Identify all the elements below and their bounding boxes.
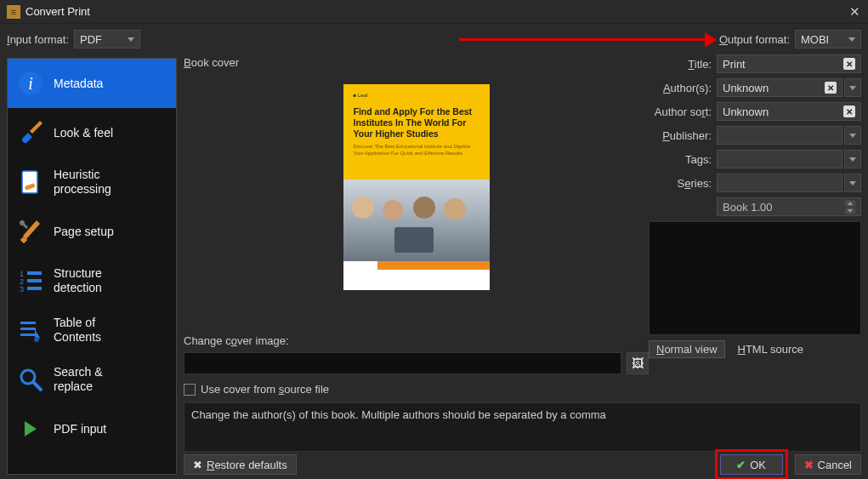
title-label: Title: (649, 58, 717, 71)
app-icon: ≡ (7, 5, 20, 19)
document-icon (16, 168, 45, 197)
svg-rect-12 (27, 287, 42, 290)
sidebar-item-label: Table ofContents (54, 316, 101, 345)
change-cover-label: Change cover image: (184, 334, 649, 347)
cancel-icon: ✖ (804, 459, 814, 471)
use-source-cover-checkbox[interactable]: Use cover from source file (184, 383, 649, 396)
svg-rect-15 (20, 334, 36, 336)
sidebar-item-heuristic[interactable]: Heuristicprocessing (8, 157, 176, 207)
cover-image-input[interactable] (184, 352, 621, 374)
sidebar-item-page-setup[interactable]: Page setup (8, 207, 176, 256)
svg-point-5 (20, 220, 25, 225)
chevron-down-icon (849, 181, 856, 185)
sidebar-item-label: Metadata (54, 77, 103, 91)
authors-value: Unknown (723, 82, 769, 94)
cancel-label: Cancel (818, 459, 852, 471)
cover-column: Book cover ■ Leaf Find and Apply For the… (184, 54, 649, 396)
dialog-button-row: ✖ Restore defaults ✔ OK ✖ Cancel (184, 453, 861, 476)
input-format-dropdown[interactable]: PDF (74, 30, 140, 48)
tags-label: Tags: (649, 153, 717, 166)
chevron-down-icon (849, 134, 856, 138)
publisher-label: Publisher: (649, 129, 717, 142)
ok-annotation-highlight: ✔ OK (715, 449, 788, 479)
series-index-spinner[interactable]: Book 1.00 (717, 197, 861, 216)
sidebar-item-look-feel[interactable]: Look & feel (8, 108, 176, 157)
brush-icon (16, 118, 45, 147)
sidebar-item-label: Search &replace (54, 365, 103, 394)
svg-rect-2 (22, 171, 37, 193)
sidebar-item-pdf-input[interactable]: PDF input (8, 404, 176, 453)
svg-rect-14 (20, 328, 36, 330)
ok-label: OK (750, 459, 766, 471)
authors-dropdown-button[interactable] (844, 78, 861, 97)
sidebar-item-metadata[interactable]: i Metadata (8, 59, 176, 108)
authorsort-input[interactable]: Unknown ✕ (717, 102, 861, 121)
tools-icon (16, 217, 45, 246)
sidebar: i Metadata Look & feel Heuristicprocessi… (7, 58, 177, 475)
info-icon: i (16, 69, 45, 98)
spinner-up-icon[interactable] (845, 200, 855, 207)
center-panel: Book cover ■ Leaf Find and Apply For the… (177, 54, 868, 452)
input-format-label: Input format: (7, 33, 69, 46)
checkbox-icon (184, 384, 196, 396)
title-value: Print (723, 58, 746, 71)
publisher-input[interactable] (717, 126, 842, 145)
svg-line-18 (33, 382, 41, 390)
tab-normal-view[interactable]: Normal view (649, 340, 725, 358)
list-icon: 123 (16, 266, 45, 295)
view-tabs: Normal view HTML source (649, 340, 861, 358)
svg-rect-10 (27, 271, 42, 275)
svg-text:i: i (28, 74, 33, 93)
browse-cover-button[interactable]: 🖼 (627, 352, 649, 374)
main-area: i Metadata Look & feel Heuristicprocessi… (0, 54, 868, 452)
input-format-value: PDF (80, 33, 102, 46)
publisher-dropdown-button[interactable] (844, 126, 861, 145)
series-input[interactable] (717, 174, 842, 192)
search-icon (16, 365, 45, 394)
tags-input[interactable] (717, 150, 842, 168)
book-cover-label: Book cover (184, 54, 649, 72)
format-row: Input format: PDF Output format: MOBI (0, 24, 868, 54)
image-icon: 🖼 (632, 356, 644, 370)
cancel-button[interactable]: ✖ Cancel (795, 454, 861, 475)
authorsort-label: Author sort: (649, 105, 717, 118)
clear-icon[interactable]: ✕ (825, 82, 837, 94)
cover-image: ■ Leaf Find and Apply For the Best Insti… (343, 84, 490, 290)
series-index-value: Book 1.00 (723, 201, 773, 214)
restore-defaults-button[interactable]: ✖ Restore defaults (184, 454, 297, 475)
spinner-down-icon[interactable] (845, 208, 855, 214)
sidebar-item-label: Page setup (54, 225, 114, 239)
output-format-value: MOBI (801, 33, 829, 46)
svg-text:3: 3 (20, 285, 24, 294)
help-text: Change the author(s) of this book. Multi… (184, 402, 861, 452)
metadata-fields: Title: Print ✕ Author(s): Unknown ✕ Auth… (649, 54, 861, 396)
check-icon: ✔ (736, 459, 746, 471)
tags-dropdown-button[interactable] (844, 150, 861, 168)
checkbox-label: Use cover from source file (201, 383, 329, 396)
chevron-down-icon (128, 37, 134, 42)
annotation-arrow-head (705, 32, 717, 48)
sidebar-item-search-replace[interactable]: Search &replace (8, 355, 176, 404)
svg-point-16 (34, 337, 39, 342)
authors-input[interactable]: Unknown ✕ (717, 78, 842, 97)
authorsort-value: Unknown (723, 105, 769, 118)
output-format-dropdown[interactable]: MOBI (795, 30, 861, 48)
sidebar-item-label: Structuredetection (54, 266, 102, 295)
comment-textarea[interactable] (649, 221, 861, 335)
title-input[interactable]: Print ✕ (717, 54, 861, 73)
sidebar-item-toc[interactable]: Table ofContents (8, 305, 176, 355)
clear-icon[interactable]: ✕ (843, 105, 855, 117)
sidebar-item-label: Heuristicprocessing (54, 168, 111, 197)
sidebar-item-label: Look & feel (54, 126, 113, 140)
series-dropdown-button[interactable] (844, 174, 861, 192)
authors-label: Author(s): (649, 82, 717, 94)
tab-html-source[interactable]: HTML source (730, 340, 812, 358)
cover-subtitle: Discover The Best Educational Institute … (354, 144, 479, 156)
series-label: Series: (649, 177, 717, 190)
ok-button[interactable]: ✔ OK (720, 454, 783, 475)
close-icon[interactable]: ✕ (848, 4, 861, 20)
svg-rect-11 (27, 279, 42, 282)
help-content: Change the author(s) of this book. Multi… (191, 408, 606, 421)
clear-icon[interactable]: ✕ (843, 58, 855, 70)
sidebar-item-structure[interactable]: 123 Structuredetection (8, 256, 176, 305)
